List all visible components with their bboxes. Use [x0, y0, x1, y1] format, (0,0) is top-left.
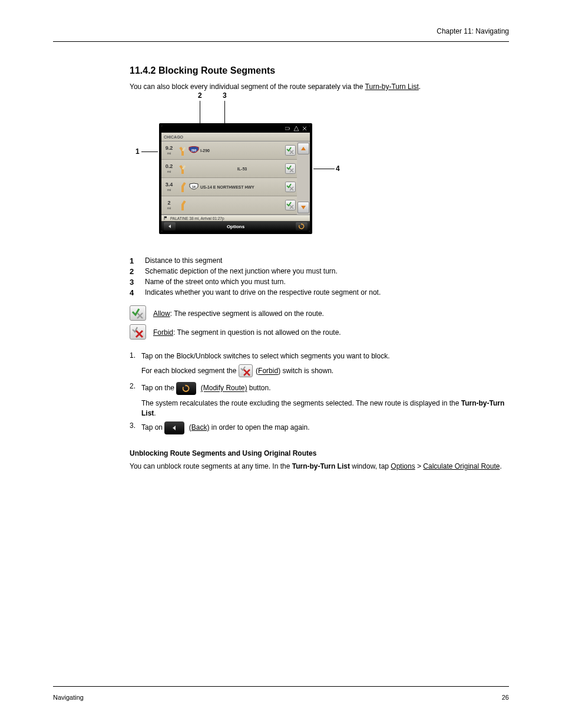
distance: 9.2mi	[161, 146, 177, 155]
svg-rect-0	[285, 127, 289, 130]
distance: 3.4mi	[161, 182, 177, 192]
step-2: Tap on the (Modify Route) button.	[141, 382, 509, 395]
modify-route-icon	[176, 382, 196, 395]
turn-list: 9.2mi 290 I-290	[161, 141, 310, 215]
header-rule	[53, 41, 509, 42]
table-row[interactable]: 0.2mi IL-53	[161, 160, 297, 178]
legend-num-4: 4	[130, 288, 138, 297]
device-screen: CHICAGO 9.2mi 290	[161, 126, 310, 232]
table-row[interactable]: 2mi	[161, 196, 297, 215]
route-summary: PALATINE 38 mi, Arrival 01:27p	[161, 215, 310, 221]
legend: 1Distance to this segment 2Schematic dep…	[130, 256, 509, 297]
legend-num-1: 1	[130, 256, 138, 265]
page-header: Chapter 11: Navigating	[53, 27, 509, 35]
legend-text-1: Distance to this segment	[145, 256, 509, 265]
unblock-title: Unblocking Route Segments and Using Orig…	[130, 449, 507, 458]
footer-rule	[53, 686, 509, 687]
options-button[interactable]: Options	[176, 224, 296, 229]
page-footer: Navigating 26	[53, 694, 509, 701]
scroll-down-button[interactable]	[297, 202, 309, 213]
svg-text:14: 14	[192, 185, 196, 189]
callout-1: 1	[135, 147, 140, 156]
note-forbid: For each blocked segment the (Forbid) sw…	[141, 364, 509, 378]
road-name: IL-53	[199, 167, 284, 171]
forbid-icon	[130, 324, 146, 340]
back-button[interactable]	[164, 222, 176, 230]
footer-right: 26	[502, 694, 509, 701]
road-name: US-14 E NORTHWEST HWY	[199, 185, 284, 189]
distance: 0.2mi	[161, 164, 177, 173]
table-row[interactable]: 3.4mi 14 US-14 E NORTHWEST HWY	[161, 178, 297, 196]
distance: 2mi	[161, 200, 177, 210]
svg-rect-8	[164, 216, 167, 218]
step-1: Tap on the Block/Unblock switches to sel…	[141, 351, 509, 361]
status-bar	[161, 126, 310, 133]
recalculate-button[interactable]	[296, 222, 308, 230]
turn-arrow-icon	[177, 144, 189, 157]
scroll-column	[297, 141, 310, 215]
svg-text:290: 290	[191, 149, 197, 152]
interstate-shield-icon: 290	[189, 146, 199, 154]
road-name: I-290	[199, 149, 284, 153]
footer-left: Navigating	[53, 694, 84, 701]
screen-titlebar: CHICAGO	[161, 133, 310, 141]
leader-4	[313, 169, 335, 169]
step-4: Tap on (Back) in order to open the map a…	[141, 421, 509, 434]
turn-arrow-icon	[177, 199, 189, 212]
legend-num-2: 2	[130, 267, 138, 276]
turn-arrow-icon	[177, 162, 189, 175]
svg-rect-1	[289, 128, 290, 129]
softkey-bar: Options	[161, 221, 310, 232]
block-toggle[interactable]	[285, 182, 296, 192]
legend-text-3: Name of the street onto which you must t…	[145, 278, 509, 286]
shield-spacer	[189, 164, 199, 173]
turn-arrow-icon	[177, 180, 189, 193]
unblock-body: You can unblock route segments at any ti…	[130, 462, 507, 471]
us-shield-icon: 14	[189, 183, 199, 191]
scroll-up-button[interactable]	[297, 143, 309, 154]
flag-icon	[164, 216, 168, 220]
warning-icon	[293, 126, 299, 131]
back-icon	[164, 421, 184, 434]
block-toggle[interactable]	[285, 200, 296, 210]
allow-icon	[130, 305, 146, 321]
device-frame: CHICAGO 9.2mi 290	[159, 123, 312, 234]
close-status-icon	[302, 126, 308, 131]
intro-text: You can also block every individual segm…	[130, 82, 507, 91]
allow-text: Allow: The respective segment is allowed…	[153, 309, 324, 318]
callout-4: 4	[336, 164, 340, 173]
block-toggle[interactable]	[285, 145, 296, 156]
battery-icon	[285, 126, 291, 131]
table-row[interactable]: 9.2mi 290 I-290	[161, 141, 297, 160]
forbid-icon-inline	[239, 364, 253, 377]
shield-spacer	[189, 201, 199, 209]
legend-num-3: 3	[130, 278, 138, 286]
forbid-text: Forbid: The segment in question is not a…	[153, 328, 341, 337]
step-3: The system recalculates the route exclud…	[141, 398, 509, 417]
legend-text-4: Indicates whether you want to drive on t…	[145, 288, 509, 297]
section-title: 11.4.2 Blocking Route Segments	[130, 65, 509, 76]
legend-text-2: Schematic depiction of the next junction…	[145, 267, 509, 275]
callout-2: 2	[198, 91, 202, 100]
leader-1	[141, 151, 158, 152]
callout-3: 3	[223, 91, 227, 100]
block-toggle[interactable]	[285, 163, 296, 174]
figure: 1 2 3 4 CHICAGO	[159, 109, 406, 239]
